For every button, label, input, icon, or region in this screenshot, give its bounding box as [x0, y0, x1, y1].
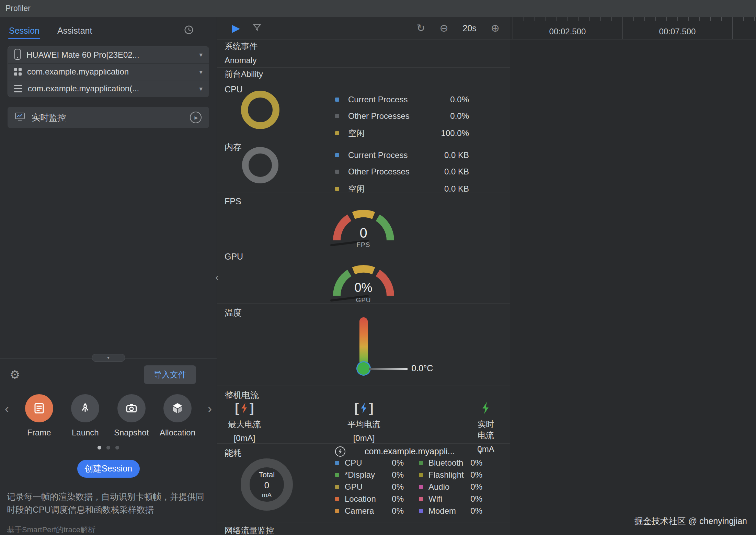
- track-label: 前台Ability: [225, 69, 263, 80]
- section-title: GPU: [225, 252, 243, 262]
- section-title: CPU: [225, 84, 243, 94]
- monitor-toolbar: ▶ ↻ ⊖ 20s ⊕: [217, 17, 510, 39]
- device-selector[interactable]: HUAWEI Mate 60 Pro[23E02... ▾: [8, 46, 209, 63]
- tab-assistant[interactable]: Assistant: [57, 22, 93, 40]
- tab-session[interactable]: Session: [8, 22, 40, 40]
- track-cpu: CPU Current Process 0.0% Other Processes…: [217, 81, 510, 138]
- gpu-value: 0%: [329, 281, 398, 295]
- app-selector-value: com.example.myapplication: [27, 67, 194, 77]
- carousel-dot[interactable]: [115, 446, 119, 449]
- tool-label: Snapshot: [114, 428, 149, 437]
- legend-swatch: [419, 509, 423, 513]
- legend-item: GPU 0%: [335, 481, 404, 493]
- history-icon[interactable]: [184, 25, 194, 36]
- filter-icon[interactable]: [252, 23, 262, 34]
- start-monitor-icon[interactable]: ▶: [190, 112, 202, 123]
- carousel-dot[interactable]: [106, 446, 110, 449]
- carousel-right-icon[interactable]: ›: [204, 402, 215, 416]
- sidebar-collapse-icon[interactable]: ‹: [215, 271, 219, 283]
- panel-toolbar: ⚙ 导入文件: [0, 363, 217, 384]
- sidebar-spacer: [0, 128, 217, 358]
- legend-swatch: [419, 497, 423, 501]
- tool-frame[interactable]: Frame: [16, 394, 62, 437]
- section-title: 能耗: [225, 447, 242, 458]
- track-label: 系统事件: [225, 41, 257, 52]
- legend-swatch: [335, 497, 339, 501]
- legend-item: Wifi 0%: [419, 493, 482, 505]
- avg-current-icon: [ ]: [347, 399, 380, 417]
- track-foreground-ability: 前台Ability: [217, 68, 510, 81]
- process-selector-value: com.example.myapplication(...: [28, 84, 194, 93]
- time-window-value: 20s: [463, 23, 477, 33]
- device-selector-value: HUAWEI Mate 60 Pro[23E02...: [26, 50, 194, 60]
- legend-swatch: [419, 485, 423, 489]
- legend-swatch: [335, 485, 339, 489]
- track-device-current: 整机电流 [ ] 最大电流 [0mA] [ ] 平均电流 [0mA]: [217, 386, 510, 444]
- cube-icon: [163, 394, 192, 422]
- tool-label: Allocation: [160, 428, 195, 437]
- gear-icon[interactable]: ⚙: [10, 369, 20, 380]
- carousel-dot[interactable]: [98, 446, 101, 449]
- track-energy: 能耗 Total 0 mA com.example.myappli... ▾ C…: [217, 444, 510, 523]
- app-selector[interactable]: com.example.myapplication ▾: [8, 63, 209, 80]
- cpu-donut-chart: [241, 91, 279, 129]
- tool-footnote: 基于SmartPerf的trace解析: [7, 525, 210, 535]
- max-current-icon: [ ]: [228, 399, 261, 417]
- monitor-chart-icon: [15, 113, 25, 122]
- tool-description: 记录每一帧的渲染数据，自动识别卡顿帧，并提供同时段的CPU调度信息和函数栈采样数…: [7, 490, 210, 517]
- window-titlebar: Profiler: [0, 0, 756, 17]
- carousel-left-icon[interactable]: ‹: [1, 402, 12, 416]
- chevron-down-icon[interactable]: ▾: [199, 85, 203, 93]
- legend-swatch: [419, 473, 423, 477]
- legend-swatch: [335, 170, 339, 174]
- time-tick-label: 00:07.500: [659, 27, 696, 36]
- chevron-down-icon[interactable]: ▾: [199, 68, 203, 76]
- max-current-stat: [ ] 最大电流 [0mA]: [228, 399, 261, 443]
- energy-legend: CPU 0% Bluetooth 0% *Display 0% Flashlig…: [335, 457, 482, 517]
- legend-swatch: [335, 461, 339, 465]
- process-selector[interactable]: com.example.myapplication(... ▾: [8, 80, 209, 97]
- fps-gauge: 0 FPS: [329, 206, 398, 247]
- legend-swatch: [335, 187, 339, 191]
- thermometer-needle: [369, 368, 408, 370]
- zoom-in-icon[interactable]: ⊕: [491, 23, 500, 33]
- reset-zoom-icon[interactable]: ↻: [416, 23, 425, 33]
- track-network: 网络流量监控: [217, 523, 510, 535]
- track-gpu: GPU 0% GPU: [217, 248, 510, 304]
- frame-icon: [25, 394, 53, 422]
- chevron-down-icon[interactable]: ▾: [479, 448, 482, 456]
- legend-swatch: [335, 509, 339, 513]
- section-title: 温度: [225, 307, 242, 318]
- tool-launch[interactable]: Launch: [62, 394, 108, 437]
- legend-item: 空闲 100.0%: [335, 128, 469, 139]
- energy-app-selector[interactable]: com.example.myappli...: [365, 446, 455, 456]
- run-icon[interactable]: ▶: [232, 23, 240, 33]
- legend-item: Flashlight 0%: [419, 469, 482, 481]
- watermark: 掘金技术社区 @ chenyingjian: [634, 515, 747, 527]
- legend-swatch: [419, 461, 423, 465]
- tool-snapshot[interactable]: Snapshot: [109, 394, 154, 437]
- panel-collapse-handle[interactable]: ▾: [92, 354, 125, 362]
- phone-icon: [14, 49, 21, 61]
- realtime-current-icon: [474, 399, 498, 417]
- carousel-dots: [0, 446, 217, 449]
- chevron-down-icon[interactable]: ▾: [199, 51, 203, 59]
- memory-donut-chart: [242, 147, 278, 183]
- section-title: FPS: [225, 196, 241, 206]
- create-session-button[interactable]: 创建Session: [77, 460, 140, 478]
- legend-item: Bluetooth 0%: [419, 457, 482, 469]
- tool-allocation[interactable]: Allocation: [155, 394, 200, 437]
- legend-item: Other Processes 0.0 KB: [335, 167, 469, 177]
- zoom-controls: ↻ ⊖ 20s ⊕: [416, 23, 500, 33]
- time-tick-label: 00:02.500: [549, 27, 586, 36]
- zoom-out-icon[interactable]: ⊖: [439, 23, 448, 33]
- session-sidebar: Session Assistant HUAWEI Mate 60 Pro[23E…: [0, 17, 217, 535]
- legend-item: Current Process 0.0 KB: [335, 150, 469, 160]
- gpu-unit: GPU: [329, 296, 398, 304]
- realtime-monitor-label: 实时监控: [32, 112, 183, 123]
- legend-item: Camera 0%: [335, 505, 404, 517]
- process-list-icon: [14, 85, 22, 92]
- realtime-monitor-row[interactable]: 实时监控 ▶: [8, 107, 209, 128]
- timeline-panel[interactable]: 00:02.500 00:07.500 掘金技术社区 @ chenyingjia…: [510, 17, 756, 535]
- import-file-button[interactable]: 导入文件: [144, 365, 196, 384]
